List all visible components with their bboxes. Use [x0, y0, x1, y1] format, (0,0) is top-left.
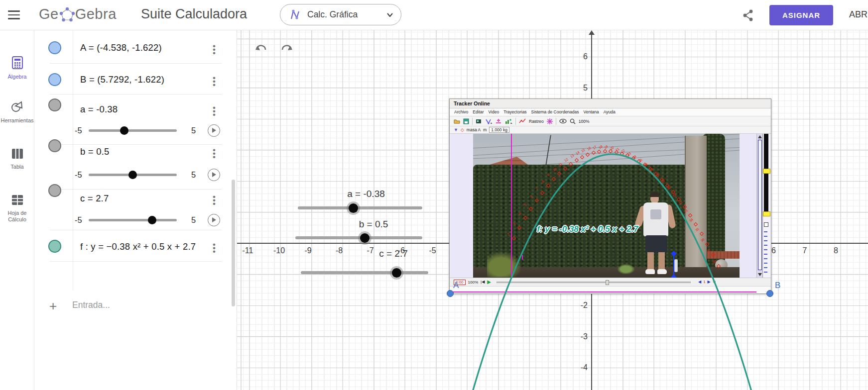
player-seek-slider[interactable]	[496, 282, 691, 283]
track-point-diamond[interactable]	[540, 191, 544, 195]
point-B[interactable]	[766, 290, 773, 297]
track-name-label[interactable]: masa A	[467, 127, 481, 132]
video-scrollbar[interactable]	[756, 134, 762, 278]
track-point-diamond[interactable]	[694, 222, 698, 226]
slider-b-handle[interactable]	[128, 171, 137, 179]
assign-button[interactable]: ASIGNAR	[769, 5, 833, 25]
track-point-diamond[interactable]	[563, 166, 567, 170]
undo-icon[interactable]	[253, 43, 268, 56]
algebra-scrollbar[interactable]	[232, 180, 235, 306]
row-menu-icon[interactable]: •••	[210, 76, 219, 87]
track-point-diamond[interactable]	[597, 150, 601, 154]
row-menu-icon[interactable]: •••	[210, 195, 219, 205]
row-menu-icon[interactable]: •••	[210, 148, 219, 159]
player-play-icon[interactable]: ▶	[487, 280, 491, 285]
track-point-diamond[interactable]	[534, 198, 538, 202]
graph-slider-a-track[interactable]	[298, 206, 422, 209]
collapsed-plot-pane[interactable]	[762, 134, 771, 278]
tracker-x-axis-magenta[interactable]	[451, 292, 756, 292]
player-reset-icon[interactable]: |◀	[481, 280, 485, 285]
track-point-diamond[interactable]	[569, 162, 573, 166]
algebra-row-c[interactable]: c = 2.7	[80, 193, 109, 204]
track-point-diamond[interactable]	[586, 153, 590, 157]
visibility-dot-f[interactable]	[48, 240, 61, 253]
menu-video[interactable]: Video	[489, 109, 499, 116]
visibility-dot-A[interactable]	[48, 41, 61, 54]
player-seek-handle[interactable]	[606, 280, 609, 285]
tab-herramientas[interactable]: Herramientas	[0, 100, 34, 124]
open-file-icon[interactable]	[454, 118, 460, 124]
tracker-online-window[interactable]: Tracker Online Archivo Editar Video Tray…	[449, 98, 771, 294]
row-menu-icon[interactable]: •••	[210, 44, 219, 55]
point-A[interactable]	[447, 290, 454, 297]
scrollbar-thumb[interactable]	[758, 140, 762, 270]
autotracker-icon[interactable]	[547, 118, 553, 124]
slider-c-track[interactable]	[89, 219, 177, 221]
track-point-diamond[interactable]	[552, 177, 556, 181]
slider-a-handle[interactable]	[120, 126, 128, 135]
scrollbar-down-arrow[interactable]	[758, 273, 762, 276]
mass-value-field[interactable]: 1.000 kg	[489, 127, 509, 133]
track-point-diamond[interactable]	[705, 242, 709, 246]
track-point-diamond[interactable]	[603, 149, 607, 153]
row-menu-icon[interactable]: •••	[210, 243, 219, 253]
zoom-level-label[interactable]: 100%	[579, 119, 590, 124]
visibility-eye-icon[interactable]	[559, 118, 567, 124]
algebra-input[interactable]	[72, 300, 202, 310]
track-point-diamond[interactable]	[700, 232, 704, 236]
menu-editar[interactable]: Editar	[473, 109, 484, 116]
player-rate-label[interactable]: 100%	[468, 280, 478, 285]
plus-icon[interactable]: +	[49, 299, 57, 312]
algebra-row-a[interactable]: a = -0.38	[80, 104, 118, 115]
menu-archivo[interactable]: Archivo	[454, 109, 468, 116]
visibility-dot-B[interactable]	[48, 73, 61, 86]
graph-slider-c-handle[interactable]	[392, 268, 401, 278]
track-point-diamond[interactable]	[557, 172, 561, 176]
track-point-diamond[interactable]	[529, 207, 533, 211]
track-point-diamond[interactable]	[580, 155, 584, 159]
step-back-icon[interactable]: ◀	[698, 280, 701, 285]
menu-sistema-coordenadas[interactable]: Sistema de Coordenadas	[531, 109, 579, 116]
geogebra-logo[interactable]: Ge Gebra	[39, 6, 117, 22]
track-icon[interactable]	[519, 118, 526, 124]
track-point-diamond[interactable]	[523, 216, 527, 220]
algebra-row-b[interactable]: b = 0.5	[80, 146, 110, 157]
share-icon[interactable]	[741, 8, 755, 22]
rastreo-label[interactable]: Rastreo	[529, 119, 544, 124]
track-point-diamond[interactable]	[517, 226, 521, 230]
step-forward-icon[interactable]: ▶	[708, 280, 711, 285]
track-point-diamond[interactable]	[711, 253, 715, 257]
track-point-diamond[interactable]	[574, 158, 578, 162]
table-pane-icon[interactable]	[764, 222, 768, 227]
redo-icon[interactable]	[280, 43, 295, 56]
slider-c-handle[interactable]	[148, 216, 156, 224]
menu-ventana[interactable]: Ventana	[584, 109, 599, 116]
graph-slider-b-handle[interactable]	[360, 233, 370, 243]
graph-slider-b-track[interactable]	[295, 236, 422, 239]
track-point-diamond[interactable]	[546, 184, 550, 188]
zoom-magnifier-icon[interactable]	[570, 118, 576, 124]
mode-selector[interactable]: Calc. Gráfica	[280, 4, 401, 25]
axes-icon[interactable]	[485, 118, 492, 124]
open-button[interactable]: ABRIR	[849, 9, 868, 20]
visibility-dot-c[interactable]	[48, 184, 61, 197]
tab-hoja-de-calculo[interactable]: Hoja de Cálculo	[0, 195, 34, 223]
plot-icon[interactable]	[505, 118, 512, 124]
slider-a-track[interactable]	[89, 129, 177, 132]
track-point-diamond[interactable]	[512, 236, 516, 240]
tab-algebra[interactable]: Álgebra	[0, 56, 34, 80]
algebra-row-f[interactable]: f : y = −0.38 x² + 0.5 x + 2.7	[80, 241, 196, 252]
loop-icon[interactable]: ↻	[713, 280, 716, 285]
track-marker-icon[interactable]: ◇	[461, 127, 464, 132]
calibration-stick-icon[interactable]	[495, 118, 502, 124]
save-icon[interactable]	[463, 118, 469, 124]
clip-settings-icon[interactable]	[476, 118, 482, 124]
track-filter-icon[interactable]: ▼	[454, 127, 458, 132]
scrollbar-up-arrow[interactable]	[758, 135, 762, 138]
menu-ayuda[interactable]: Ayuda	[604, 109, 616, 116]
visibility-dot-b[interactable]	[48, 139, 61, 152]
row-menu-icon[interactable]: •••	[210, 106, 219, 116]
algebra-row-B[interactable]: B = (5.7292, -1.622)	[80, 74, 164, 85]
visibility-dot-a[interactable]	[48, 98, 61, 111]
slider-c-play-button[interactable]	[208, 214, 220, 226]
